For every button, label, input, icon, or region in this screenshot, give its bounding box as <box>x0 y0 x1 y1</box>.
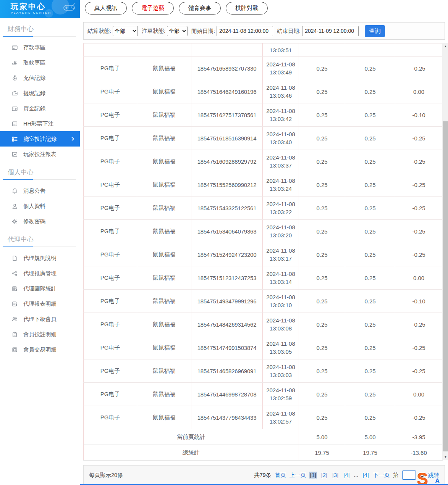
sidebar-item[interactable]: HH彩票下注 <box>0 116 80 131</box>
sidebar-item-label: 玩家投注報表 <box>23 151 57 158</box>
deposit-card-icon <box>11 44 18 50</box>
category-tab[interactable]: 棋牌對戰 <box>226 2 268 15</box>
scroll-up-arrow-icon[interactable]: ▲ <box>442 43 448 50</box>
cell-order-id: 1854751512312437253 <box>191 266 263 290</box>
cell-game-name: 鼠鼠福福 <box>137 266 191 290</box>
page-number-link[interactable]: [4] <box>343 472 350 479</box>
cell-datetime: 2024-11-08 13:03:37 <box>263 150 299 173</box>
table-scrollbar[interactable]: ▲ ▼ <box>442 43 448 460</box>
cell-bet-amount: 0.25 <box>299 266 345 290</box>
sidebar-item[interactable]: 代理報表明細 <box>0 296 80 311</box>
sidebar-item-label: 取款專區 <box>23 59 45 66</box>
cell-bet-amount: 0.25 <box>299 383 345 406</box>
cell-order-id: 1854751493479991296 <box>191 290 263 313</box>
summary-valid: 19.75 <box>345 445 395 461</box>
sidebar-item[interactable]: 會員交易明細 <box>0 342 80 357</box>
table-row: PG电子 鼠鼠福福 1854751552560990212 2024-11-08… <box>84 173 443 197</box>
sidebar-item[interactable]: 存款專區 <box>0 40 80 55</box>
cell-datetime: 2024-11-08 13:03:10 <box>263 290 299 313</box>
sidebar-item-label: 會員交易明細 <box>23 346 57 353</box>
end-date-input[interactable] <box>302 26 359 36</box>
cell-bet-amount: 0.25 <box>299 313 345 336</box>
cell-datetime: 2024-11-08 13:02:59 <box>263 383 299 406</box>
summary-valid: 5.00 <box>345 429 395 445</box>
sidebar-item[interactable]: 充值記錄 <box>0 70 80 85</box>
cell-datetime: 2024-11-08 13:03:05 <box>263 336 299 359</box>
cell-win-loss: -0.25 <box>395 220 443 243</box>
sidebar-item[interactable]: 會員投註明細 <box>0 327 80 342</box>
page-number-link[interactable]: [1] <box>309 472 317 479</box>
sidebar-item[interactable]: 取款專區 <box>0 55 80 70</box>
cell-order-id: 1854751609288929792 <box>191 150 263 173</box>
bets-table-wrap: 13:03:51 PG电子 鼠鼠福福 1854751658932707330 2… <box>83 43 448 461</box>
category-tab[interactable]: 電子遊藝 <box>132 2 174 15</box>
page-number-link[interactable]: [2] <box>320 472 328 479</box>
sidebar-item[interactable]: 代理下級會員 <box>0 311 80 327</box>
table-row: PG电子 鼠鼠福福 1854751484269314562 2024-11-08… <box>84 313 443 336</box>
sidebar-item-label: 存款專區 <box>23 44 45 51</box>
cell-game-name: 鼠鼠福福 <box>137 103 191 127</box>
cell-datetime: 2024-11-08 13:03:40 <box>263 127 299 150</box>
sidebar: 玩家中心 PLAYERS CENTER 財務中心 存款專區 <box>0 0 80 485</box>
cell-datetime: 2024-11-08 13:03:03 <box>263 359 299 383</box>
sidebar-item[interactable]: 消息公告 <box>0 183 80 198</box>
cell-valid-bet: 0.25 <box>345 383 395 406</box>
person-icon <box>11 203 18 209</box>
sidebar-item[interactable]: 修改密碼 <box>0 214 80 229</box>
section-underline <box>3 247 76 247</box>
pagination-controls: 共79条 首页 上一页 [1] [2] [3] [4] ... [4] 下一页 … <box>254 470 439 480</box>
cell-game-name: 鼠鼠福福 <box>137 127 191 150</box>
sidebar-item-label: 代理推廣管理 <box>23 270 57 277</box>
cell-order-id: 1854751484269314562 <box>191 313 263 336</box>
sidebar-item[interactable]: 廳室投註記錄 <box>0 131 80 147</box>
cell-win-loss: 0.00 <box>395 80 443 103</box>
cell-provider: PG电子 <box>84 406 137 429</box>
sidebar-item[interactable]: 個人資料 <box>0 198 80 214</box>
sidebar-item-label: 提現記錄 <box>23 90 45 97</box>
order-status-label: 注單狀態: <box>142 27 165 35</box>
sidebar-item[interactable]: 資金記錄 <box>0 101 80 116</box>
scrollbar-thumb[interactable] <box>443 121 448 451</box>
cell-provider: PG电子 <box>84 197 137 220</box>
order-status-select[interactable]: 全部 <box>167 26 188 36</box>
cell-order-id: 1854751646249160196 <box>191 80 263 103</box>
cell-order-id: 1854751437796434433 <box>191 406 263 429</box>
sidebar-section-finance: 財務中心 存款專區 取款專區 充值記錄 <box>0 18 80 162</box>
category-tab[interactable]: 體育賽事 <box>179 2 221 15</box>
sidebar-section-personal: 個人中心 消息公告 個人資料 修改密碼 <box>0 162 80 229</box>
share-icon <box>11 270 18 276</box>
category-tab[interactable]: 真人視訊 <box>85 2 127 15</box>
settle-status-select[interactable]: 全部 <box>113 26 138 36</box>
scroll-down-arrow-icon[interactable]: ▼ <box>442 454 448 460</box>
sidebar-item[interactable]: 提現記錄 <box>0 85 80 101</box>
cell-win-loss: -0.25 <box>395 359 443 383</box>
next-page-link[interactable]: 下一页 <box>373 472 390 479</box>
sidebar-item-label: 消息公告 <box>23 187 45 195</box>
cell-datetime: 2024-11-08 13:02:57 <box>263 406 299 429</box>
table-row: PG电子 鼠鼠福福 1854751618516390914 2024-11-08… <box>84 127 443 150</box>
cell-order-id: 1854751534064079363 <box>191 220 263 243</box>
sidebar-item[interactable]: 玩家投注報表 <box>0 147 80 162</box>
cell-game-name: 鼠鼠福福 <box>137 57 191 80</box>
cell-valid-bet: 0.25 <box>345 266 395 290</box>
sidebar-item[interactable]: 代理規則說明 <box>0 250 80 266</box>
cell-bet-amount: 0.25 <box>299 243 345 266</box>
cell-game-name: 鼠鼠福福 <box>137 173 191 197</box>
cell-win-loss: -0.25 <box>395 243 443 266</box>
cell-game-name: 鼠鼠福福 <box>137 336 191 359</box>
jump-page-input[interactable] <box>402 470 416 480</box>
first-page-link[interactable]: 首页 <box>275 472 286 479</box>
sidebar-item[interactable]: 代理團隊統計 <box>0 281 80 296</box>
start-date-input[interactable] <box>217 26 273 36</box>
sidebar-item[interactable]: 代理推廣管理 <box>0 266 80 281</box>
section-title: 代理中心 <box>0 229 80 247</box>
recharge-bag-icon <box>11 75 18 81</box>
pagination-bar: 每頁顯示20條 共79条 首页 上一页 [1] [2] [3] [4] ... … <box>83 465 445 485</box>
table-row: PG电子 鼠鼠福福 1854751646249160196 2024-11-08… <box>84 80 443 103</box>
prev-page-link[interactable]: 上一页 <box>289 472 306 479</box>
search-button[interactable]: 查詢 <box>365 25 385 37</box>
last-page-number-link[interactable]: [4] <box>362 472 369 479</box>
cell-win-loss: 0.00 <box>395 383 443 406</box>
doc-page-icon <box>11 255 18 261</box>
page-number-link[interactable]: [3] <box>332 472 339 479</box>
